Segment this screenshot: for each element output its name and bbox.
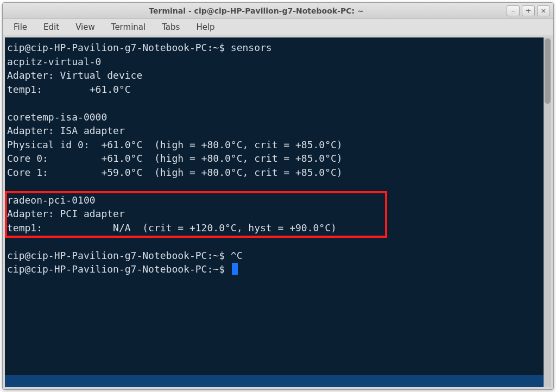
terminal-line: acpitz-virtual-0 — [7, 55, 541, 69]
menu-file[interactable]: File — [6, 20, 35, 34]
terminal-line: temp1: N/A (crit = +120.0°C, hyst = +90.… — [7, 221, 541, 235]
terminal-window: Terminal - cip@cip-HP-Pavilion-g7-Notebo… — [2, 2, 554, 390]
terminal-line — [7, 179, 541, 193]
window-title: Terminal - cip@cip-HP-Pavilion-g7-Notebo… — [6, 7, 507, 15]
menu-tabs[interactable]: Tabs — [154, 20, 187, 34]
terminal-line: Physical id 0: +61.0°C (high = +80.0°C, … — [7, 138, 541, 152]
terminal-output[interactable]: cip@cip-HP-Pavilion-g7-Notebook-PC:~$ se… — [5, 37, 544, 387]
terminal-line — [7, 96, 541, 110]
scrollbar-thumb[interactable] — [545, 39, 551, 104]
minimize-button[interactable]: – — [507, 5, 520, 16]
menubar: File Edit View Terminal Tabs Help — [3, 19, 553, 35]
terminal-line: temp1: +61.0°C — [7, 83, 541, 97]
terminal-line: Core 0: +61.0°C (high = +80.0°C, crit = … — [7, 151, 541, 166]
terminal-line: coretemp-isa-0000 — [7, 110, 541, 124]
terminal-line: cip@cip-HP-Pavilion-g7-Notebook-PC:~$ se… — [7, 41, 541, 55]
titlebar[interactable]: Terminal - cip@cip-HP-Pavilion-g7-Notebo… — [3, 3, 553, 19]
terminal-line: Adapter: PCI adapter — [7, 207, 541, 221]
terminal-line: Core 1: +59.0°C (high = +80.0°C, crit = … — [7, 166, 541, 180]
menu-view[interactable]: View — [68, 20, 103, 34]
menu-edit[interactable]: Edit — [36, 20, 67, 34]
terminal-line — [7, 235, 541, 249]
terminal-cursor — [232, 263, 238, 275]
maximize-button[interactable]: + — [522, 5, 535, 16]
terminal-line: radeon-pci-0100 — [7, 193, 541, 207]
terminal-bottom-strip — [5, 375, 544, 387]
window-controls: – + × — [507, 5, 550, 16]
menu-terminal[interactable]: Terminal — [104, 20, 153, 34]
terminal-line: Adapter: Virtual device — [7, 68, 541, 83]
terminal-line: cip@cip-HP-Pavilion-g7-Notebook-PC:~$ ^C — [7, 249, 541, 263]
terminal-line: Adapter: ISA adapter — [7, 124, 541, 138]
terminal-line: cip@cip-HP-Pavilion-g7-Notebook-PC:~$ — [7, 262, 541, 276]
terminal-container: cip@cip-HP-Pavilion-g7-Notebook-PC:~$ se… — [3, 35, 553, 389]
scrollbar[interactable] — [544, 37, 551, 387]
close-button[interactable]: × — [537, 5, 550, 16]
menu-help[interactable]: Help — [188, 20, 222, 34]
